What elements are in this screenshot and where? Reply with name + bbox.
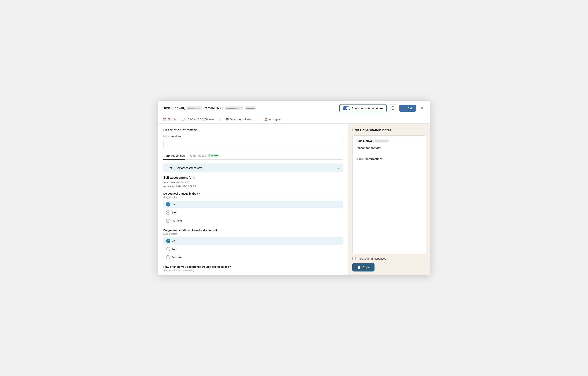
patient-details: (female 37) bbox=[203, 106, 221, 110]
tab-other-cases-label: Other cases bbox=[190, 154, 206, 157]
location-icon: 🏠 bbox=[264, 118, 268, 121]
notes-current-info-value: - bbox=[356, 162, 423, 166]
radio-q1-ja-checked bbox=[166, 202, 170, 207]
video-appt-icon: 🖥️ bbox=[225, 118, 229, 121]
chevron-down-icon: ∨ bbox=[337, 166, 340, 170]
appt-date: 📅 22 July bbox=[163, 118, 176, 121]
option-q2-ja-label: Ja bbox=[172, 239, 175, 243]
initial-desc-box: - bbox=[163, 139, 343, 148]
section-title: Description of matter bbox=[163, 128, 343, 132]
appt-location: 🏠 kyrkogatan bbox=[264, 118, 282, 121]
form-tabs: Form responses Other cases 2 active bbox=[163, 152, 343, 160]
form-meta: Sent: 2024-07-22 09:57 Answered: 2024-07… bbox=[163, 181, 343, 189]
question-block-3: How often do you experience trouble fall… bbox=[163, 265, 343, 275]
option-q2-vetikke: Vet ikke bbox=[163, 254, 343, 261]
option-q2-vetikke-label: Vet ikke bbox=[172, 256, 182, 259]
appt-time: 🕐 13:00 – 13:30 (30 min) bbox=[181, 118, 214, 121]
question-block-1: Do you feel unusually tired? Single choi… bbox=[163, 192, 343, 224]
accordion-header[interactable]: (1 of 2) Self assessment form ∨ bbox=[163, 164, 343, 172]
chat-button[interactable]: 💬 bbox=[389, 104, 397, 112]
appt-separator-1: | bbox=[219, 118, 220, 121]
question-3-text: How often do you experience trouble fall… bbox=[163, 265, 343, 268]
notes-editor[interactable]: Hilda Lindvall, •••••••• •••• Reason for… bbox=[352, 135, 426, 254]
header-actions: Show consultation notes 💬 📹 Call × bbox=[339, 104, 425, 112]
chat-icon: 💬 bbox=[391, 106, 395, 110]
tab-form-responses[interactable]: Form responses bbox=[163, 152, 185, 160]
appt-type-text: Video consultation bbox=[230, 118, 252, 121]
question-2-text: Do you find it difficult to make decisio… bbox=[163, 229, 343, 232]
notes-reason-label: Reason for contact: bbox=[356, 146, 423, 150]
consultation-modal: Hilda Lindvall, ••••••••• ••• (female 37… bbox=[158, 101, 430, 275]
modal-header: Hilda Lindvall, ••••••••• ••• (female 37… bbox=[158, 101, 430, 115]
patient-id: ••••••••• ••• bbox=[187, 106, 202, 110]
tab-other-cases[interactable]: Other cases 2 active bbox=[190, 152, 220, 160]
radio-q1-nei-icon bbox=[166, 210, 170, 215]
option-q1-vetikke: Vet ikke bbox=[163, 217, 343, 224]
copy-button[interactable]: 📋 Copy bbox=[352, 263, 375, 272]
option-q1-nei: Nei bbox=[163, 209, 343, 216]
right-panel: Edit Consultation notes Hilda Lindvall, … bbox=[348, 124, 430, 275]
option-q3-hvernatt: Hver natt bbox=[163, 274, 343, 275]
appt-date-text: 22 July bbox=[168, 118, 176, 121]
copy-label: Copy bbox=[362, 266, 370, 269]
notes-patient-id: •••••••• •••• bbox=[375, 140, 388, 143]
initial-desc-value: - bbox=[166, 142, 167, 144]
question-block-2: Do you find it difficult to make decisio… bbox=[163, 229, 343, 261]
appt-separator-2: | bbox=[258, 118, 259, 121]
option-q2-ja: Ja bbox=[163, 237, 343, 245]
patient-ref-1: •••••••••••••••• bbox=[225, 106, 243, 110]
appt-location-text: kyrkogatan bbox=[269, 118, 282, 121]
close-button[interactable]: × bbox=[419, 105, 425, 112]
notes-current-info-label: Current information: bbox=[356, 157, 423, 162]
call-label: Call bbox=[408, 107, 413, 110]
question-1-text: Do you feel unusually tired? bbox=[163, 192, 343, 195]
toggle-switch-icon bbox=[343, 106, 350, 110]
notes-patient-name: Hilda Lindvall, •••••••• •••• bbox=[356, 139, 423, 144]
form-answered: Answered: 2024-07-22 09:58 bbox=[163, 185, 343, 188]
patient-info: Hilda Lindvall, ••••••••• ••• (female 37… bbox=[163, 106, 256, 110]
tab-form-responses-label: Form responses bbox=[164, 154, 185, 157]
question-3-type: Single choice (drop-down list) bbox=[163, 269, 343, 272]
close-icon: × bbox=[421, 106, 423, 111]
notes-reason-value: - bbox=[356, 150, 423, 155]
option-q1-ja: Ja bbox=[163, 201, 343, 208]
clock-icon: 🕐 bbox=[181, 118, 185, 121]
show-notes-label: Show consultation notes bbox=[352, 107, 383, 110]
include-form-checkbox[interactable] bbox=[352, 257, 356, 260]
patient-ref-2: ••••••••• bbox=[245, 106, 256, 110]
patient-name: Hilda Lindvall, bbox=[163, 106, 185, 110]
option-q1-vetikke-label: Vet ikke bbox=[172, 219, 182, 222]
appointment-bar: 📅 22 July 🕐 13:00 – 13:30 (30 min) | 🖥️ … bbox=[158, 115, 430, 124]
header-separator: | bbox=[222, 106, 223, 110]
appt-time-text: 13:00 – 13:30 (30 min) bbox=[186, 118, 214, 121]
radio-q2-nei-icon bbox=[166, 247, 170, 251]
initial-desc-label: Initial description bbox=[163, 135, 343, 138]
include-form-label: Include form responses bbox=[358, 257, 386, 260]
include-form-row: Include form responses bbox=[352, 257, 426, 260]
left-panel: Description of matter Initial descriptio… bbox=[158, 124, 348, 275]
form-sent: Sent: 2024-07-22 09:57 bbox=[163, 181, 343, 185]
form-title: Self assessment form bbox=[163, 176, 343, 179]
accordion-label: (1 of 2) Self assessment form bbox=[167, 166, 202, 169]
right-panel-title: Edit Consultation notes bbox=[352, 128, 426, 132]
radio-q2-ja-checked bbox=[166, 239, 170, 243]
other-cases-badge: 2 active bbox=[208, 154, 219, 157]
calendar-icon: 📅 bbox=[163, 118, 166, 121]
modal-body: Description of matter Initial descriptio… bbox=[158, 124, 430, 275]
option-q1-ja-label: Ja bbox=[172, 203, 175, 206]
option-q1-nei-label: Nei bbox=[172, 211, 176, 214]
option-q2-nei-label: Nei bbox=[172, 248, 176, 251]
video-icon: 📹 bbox=[403, 106, 406, 110]
question-2-type: Single choice bbox=[163, 232, 343, 235]
radio-q2-vetikke-icon bbox=[166, 255, 170, 259]
show-notes-toggle[interactable]: Show consultation notes bbox=[339, 104, 387, 112]
option-q2-nei: Nei bbox=[163, 245, 343, 253]
appt-type: 🖥️ Video consultation bbox=[225, 118, 252, 121]
question-1-type: Single choice bbox=[163, 196, 343, 199]
copy-icon: 📋 bbox=[357, 265, 361, 269]
radio-q1-vetikke-icon bbox=[166, 219, 170, 223]
call-button[interactable]: 📹 Call bbox=[399, 105, 416, 112]
